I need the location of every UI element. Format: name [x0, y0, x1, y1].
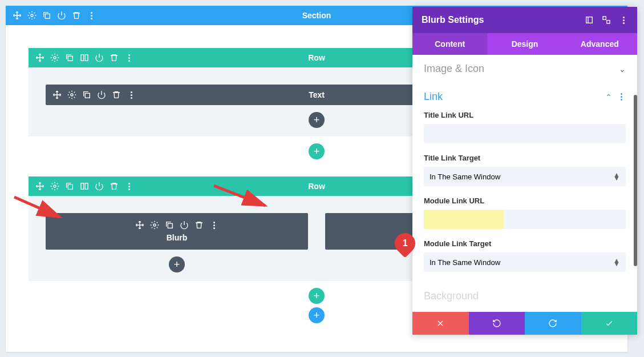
trash-icon[interactable]: [195, 220, 204, 230]
panel-body: Image & Icon ⌄ Link ⌃ Title Link URL Tit…: [412, 55, 637, 312]
svg-rect-1: [45, 14, 50, 18]
group-image-icon[interactable]: Image & Icon ⌄: [424, 55, 626, 83]
title-link-url-input[interactable]: [424, 124, 626, 143]
field-module-link-target: Module Link Target In The Same Window ▲▼: [424, 239, 626, 272]
menu-icon[interactable]: [87, 11, 96, 20]
svg-rect-3: [68, 56, 72, 61]
power-icon[interactable]: [95, 182, 104, 191]
menu-icon[interactable]: [209, 220, 218, 230]
field-label: Module Link Target: [424, 239, 626, 248]
menu-icon[interactable]: [619, 15, 628, 25]
duplicate-icon[interactable]: [82, 90, 91, 99]
gear-icon[interactable]: [50, 182, 59, 191]
move-icon[interactable]: [13, 11, 22, 20]
save-button[interactable]: [581, 312, 638, 335]
menu-icon[interactable]: [617, 93, 626, 102]
row-title: Row: [308, 182, 325, 191]
module-link-target-select[interactable]: In The Same Window ▲▼: [424, 252, 626, 272]
svg-point-6: [71, 94, 73, 96]
settings-panel: Blurb Settings Content Design Advanced I…: [412, 7, 637, 335]
module-title: Blurb: [167, 233, 188, 242]
expand-icon[interactable]: [585, 15, 594, 25]
trash-icon[interactable]: [72, 11, 81, 20]
field-module-link-url: Module Link URL: [424, 196, 626, 229]
duplicate-icon[interactable]: [65, 53, 74, 62]
svg-point-2: [54, 57, 56, 59]
field-title-link-url: Title Link URL: [424, 111, 626, 143]
module-toolbar: [135, 220, 218, 230]
undo-button[interactable]: [469, 312, 525, 335]
tab-design[interactable]: Design: [487, 33, 562, 55]
add-module-button[interactable]: +: [309, 112, 325, 128]
duplicate-icon[interactable]: [42, 11, 51, 20]
add-section-button[interactable]: +: [309, 307, 325, 323]
svg-rect-10: [81, 183, 84, 190]
panel-title: Blurb Settings: [422, 15, 484, 25]
panel-footer: [412, 312, 637, 335]
trash-icon[interactable]: [110, 182, 119, 191]
chevron-up-icon: ⌃: [605, 93, 612, 102]
group-label: Image & Icon: [424, 63, 484, 75]
menu-icon[interactable]: [124, 53, 133, 62]
panel-header-actions: [585, 15, 628, 25]
panel-tabs: Content Design Advanced: [412, 33, 637, 55]
trash-icon[interactable]: [110, 53, 119, 62]
module-link-url-input[interactable]: [424, 210, 504, 229]
row-toolbar: [29, 182, 133, 191]
section-toolbar: [6, 11, 96, 20]
columns-icon[interactable]: [80, 53, 89, 62]
add-module-button[interactable]: +: [169, 256, 185, 272]
select-arrows-icon: ▲▼: [613, 259, 620, 266]
tab-advanced[interactable]: Advanced: [562, 33, 637, 55]
add-row-button[interactable]: +: [309, 143, 325, 159]
group-background[interactable]: Background: [424, 282, 626, 310]
svg-rect-9: [68, 184, 72, 189]
cancel-button[interactable]: [412, 312, 469, 335]
power-icon[interactable]: [95, 53, 104, 62]
section-title: Section: [302, 11, 331, 20]
power-icon[interactable]: [57, 11, 66, 20]
row-toolbar: [29, 53, 133, 62]
gear-icon[interactable]: [67, 90, 76, 99]
redo-button[interactable]: [525, 312, 581, 335]
module-blurb[interactable]: Blurb: [46, 213, 308, 250]
power-icon[interactable]: [180, 220, 189, 230]
gear-icon[interactable]: [27, 11, 37, 20]
gear-icon[interactable]: [50, 53, 59, 62]
svg-rect-18: [586, 17, 593, 23]
svg-point-12: [153, 224, 156, 226]
add-row-button[interactable]: +: [309, 288, 325, 304]
svg-rect-13: [168, 223, 172, 228]
move-icon[interactable]: [135, 220, 144, 230]
field-label: Title Link URL: [424, 111, 626, 119]
move-icon[interactable]: [52, 90, 62, 99]
group-link[interactable]: Link ⌃: [424, 83, 626, 111]
select-value: In The Same Window: [430, 173, 500, 181]
svg-rect-5: [85, 55, 88, 61]
menu-icon[interactable]: [124, 182, 133, 191]
menu-icon[interactable]: [127, 90, 136, 99]
duplicate-icon[interactable]: [65, 182, 74, 191]
module-link-url-input-wrap: [424, 210, 626, 229]
module-title: Text: [309, 90, 325, 99]
svg-rect-19: [603, 17, 606, 19]
group-label: Link: [424, 91, 443, 103]
power-icon[interactable]: [97, 90, 106, 99]
tab-content[interactable]: Content: [412, 33, 487, 55]
gear-icon[interactable]: [150, 220, 159, 230]
svg-rect-11: [85, 183, 88, 190]
select-value: In The Same Window: [430, 258, 500, 267]
svg-rect-7: [85, 93, 90, 98]
chevron-down-icon: ⌄: [619, 65, 626, 74]
snap-icon[interactable]: [602, 15, 611, 25]
columns-icon[interactable]: [80, 182, 89, 191]
module-toolbar: [46, 90, 136, 99]
duplicate-icon[interactable]: [165, 220, 174, 230]
trash-icon[interactable]: [112, 90, 121, 99]
move-icon[interactable]: [35, 53, 44, 62]
title-link-target-select[interactable]: In The Same Window ▲▼: [424, 167, 626, 186]
panel-header[interactable]: Blurb Settings: [412, 7, 637, 33]
move-icon[interactable]: [35, 182, 44, 191]
group-label: Background: [424, 290, 479, 302]
scrollbar[interactable]: [634, 95, 637, 266]
